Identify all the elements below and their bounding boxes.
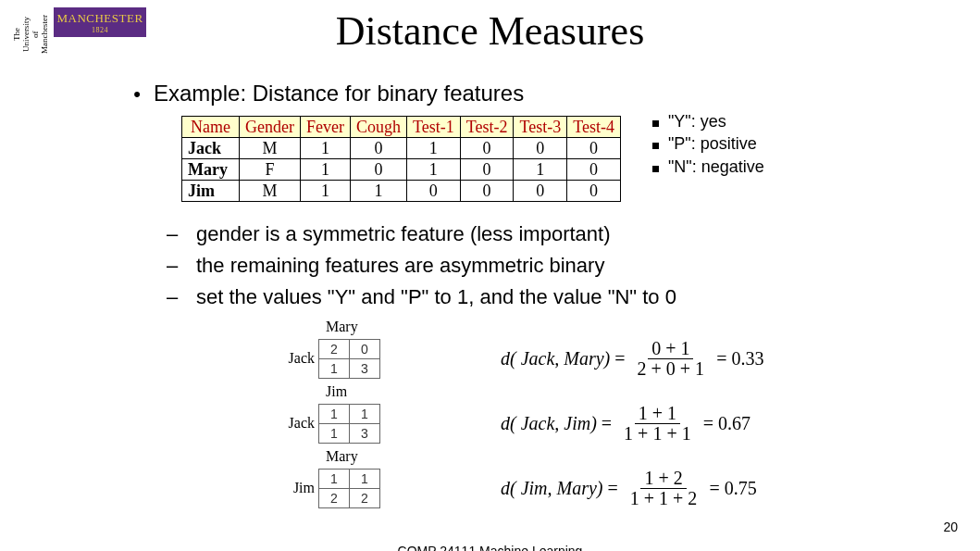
cell: 1 — [300, 138, 350, 159]
main-bullet: • Example: Distance for binary features — [120, 81, 980, 106]
th-cough: Cough — [350, 117, 406, 138]
mcell: 3 — [350, 358, 380, 378]
table-legend-row: Name Gender Fever Cough Test-1 Test-2 Te… — [120, 106, 980, 202]
formula-lhs: d( Jim, Mary) — [501, 478, 603, 499]
logo-main: MANCHESTER — [56, 11, 143, 26]
result: 0.33 — [731, 348, 763, 369]
cell: F — [239, 159, 300, 181]
legend-text: "N": negative — [668, 156, 764, 178]
footer-course: COMP 24111 Machine Learning — [398, 544, 583, 551]
dash-text: the remaining features are asymmetric bi… — [196, 250, 604, 282]
cell: M — [239, 181, 300, 202]
dash-item: – the remaining features are asymmetric … — [167, 250, 980, 282]
numerator: 0 + 1 — [648, 339, 693, 359]
dash-icon: – — [167, 250, 196, 282]
equals-icon: = — [597, 413, 616, 434]
cell: 1 — [300, 181, 350, 202]
th-test2: Test-2 — [460, 117, 514, 138]
cell: 0 — [567, 159, 621, 181]
dash-item: – gender is a symmetric feature (less im… — [167, 219, 980, 250]
cell: 0 — [406, 181, 460, 202]
cell: 1 — [300, 159, 350, 181]
matrix-row: Jack 20 13 d( Jack, Mary) = 0 + 1 2 + 0 … — [268, 333, 980, 383]
dash-icon: – — [167, 282, 196, 313]
matrix-row: Jack 11 13 d( Jack, Jim) = 1 + 1 1 + 1 +… — [268, 398, 980, 448]
mcell: 1 — [319, 358, 350, 378]
equals-icon: = — [704, 478, 724, 499]
th-test1: Test-1 — [406, 117, 460, 138]
legend-text: "Y": yes — [668, 110, 726, 132]
cell: 0 — [350, 159, 406, 181]
legend-item: "N": negative — [652, 156, 764, 178]
distance-formula: d( Jim, Mary) = 1 + 2 1 + 1 + 2 = 0.75 — [501, 469, 757, 508]
slide-content: • Example: Distance for binary features … — [120, 81, 980, 513]
cell-name: Mary — [182, 159, 240, 181]
cell: 0 — [567, 138, 621, 159]
logo-badge: MANCHESTER 1824 — [54, 7, 146, 37]
mcell: 2 — [319, 488, 350, 507]
cell: 1 — [514, 159, 567, 181]
distance-formula: d( Jack, Jim) = 1 + 1 1 + 1 + 1 = 0.67 — [501, 404, 751, 444]
result: 0.67 — [718, 413, 751, 434]
legend-text: "P": positive — [668, 132, 757, 155]
cell: 1 — [350, 181, 406, 202]
legend-item: "P": positive — [652, 132, 764, 155]
matrix-row-label: Jim — [268, 480, 318, 496]
equals-icon: = — [610, 348, 629, 369]
equals-icon: = — [603, 478, 623, 499]
fraction: 1 + 2 1 + 1 + 2 — [626, 469, 701, 508]
denominator: 1 + 1 + 2 — [626, 489, 701, 508]
logo-year: 1824 — [92, 26, 108, 34]
cell: 0 — [350, 138, 406, 159]
cell: 0 — [460, 181, 514, 202]
page-number: 20 — [943, 520, 958, 534]
dash-text: set the values "Y" and "P" to 1, and the… — [196, 282, 676, 313]
equals-icon: = — [699, 413, 718, 434]
legend: "Y": yes "P": positive "N": negative — [652, 110, 764, 178]
cell-name: Jim — [182, 181, 240, 202]
mini-matrix: 11 13 — [318, 404, 380, 444]
matrix-group: Mary Jack 20 13 d( Jack, Mary) = 0 + 1 2… — [268, 319, 980, 383]
logo-side-text: The University of Manchester — [13, 15, 50, 54]
th-test3: Test-3 — [514, 117, 567, 138]
cell: 1 — [406, 138, 460, 159]
cell: 1 — [406, 159, 460, 181]
matrix-group: Jim Jack 11 13 d( Jack, Jim) = 1 + 1 1 +… — [268, 383, 980, 448]
th-gender: Gender — [239, 117, 300, 138]
mcell: 1 — [319, 469, 350, 488]
th-test4: Test-4 — [567, 117, 621, 138]
equals-icon: = — [712, 348, 731, 369]
distance-formula: d( Jack, Mary) = 0 + 1 2 + 0 + 1 = 0.33 — [501, 339, 763, 379]
mcell: 2 — [350, 488, 380, 507]
matrix-row-label: Jack — [268, 350, 318, 367]
matrix-row-label: Jack — [268, 415, 318, 432]
result: 0.75 — [725, 478, 757, 499]
mcell: 1 — [319, 404, 350, 423]
mini-matrix: 20 13 — [318, 339, 380, 379]
cell: 0 — [460, 159, 514, 181]
mcell: 0 — [350, 339, 380, 358]
mini-matrix: 11 22 — [318, 469, 380, 508]
cell: 0 — [514, 138, 567, 159]
dash-text: gender is a symmetric feature (less impo… — [196, 219, 611, 250]
mcell: 1 — [350, 404, 380, 423]
mcell: 1 — [350, 469, 380, 488]
th-name: Name — [182, 117, 240, 138]
cell: 0 — [460, 138, 514, 159]
table-row: Jack M 1 0 1 0 0 0 — [182, 138, 621, 159]
feature-table: Name Gender Fever Cough Test-1 Test-2 Te… — [181, 116, 621, 202]
dash-icon: – — [167, 219, 196, 250]
fraction: 1 + 1 1 + 1 + 1 — [620, 404, 695, 444]
cell: 0 — [514, 181, 567, 202]
fraction: 0 + 1 2 + 0 + 1 — [634, 339, 709, 379]
bullet-square-icon — [652, 166, 659, 172]
table-header-row: Name Gender Fever Cough Test-1 Test-2 Te… — [182, 117, 621, 138]
denominator: 1 + 1 + 1 — [620, 424, 695, 444]
matrix-group: Mary Jim 11 22 d( Jim, Mary) = 1 + 2 1 +… — [268, 448, 980, 513]
th-fever: Fever — [300, 117, 350, 138]
university-logo: The University of Manchester MANCHESTER … — [7, 7, 146, 37]
cell: M — [239, 138, 300, 159]
bullet-icon: • — [120, 82, 154, 106]
matrix-row: Jim 11 22 d( Jim, Mary) = 1 + 2 1 + 1 + … — [268, 463, 980, 513]
formula-lhs: d( Jack, Jim) — [501, 413, 597, 434]
